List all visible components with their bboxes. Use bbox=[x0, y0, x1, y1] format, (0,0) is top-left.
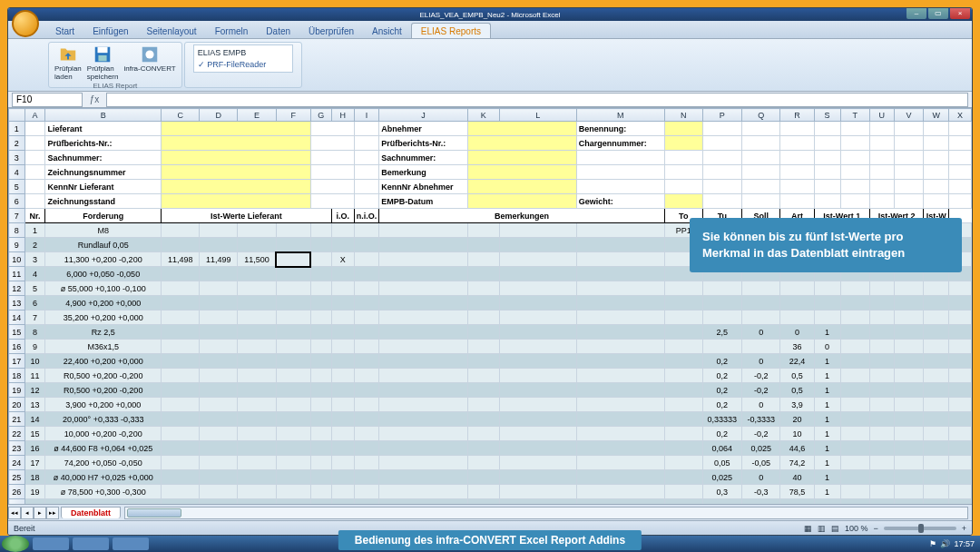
cell-forderung[interactable]: ø 44,600 F8 +0,064 +0,025 bbox=[45, 441, 162, 456]
cell-bemerkung[interactable] bbox=[664, 296, 702, 310]
form-label-mid[interactable]: KennNr Abnehmer bbox=[379, 180, 468, 194]
cell[interactable] bbox=[576, 340, 664, 354]
cell-ist-c[interactable] bbox=[162, 427, 200, 441]
cell-ist-f[interactable] bbox=[276, 383, 310, 398]
cell[interactable] bbox=[840, 151, 869, 165]
cell[interactable] bbox=[310, 165, 354, 180]
cell-tu[interactable]: -0,2 bbox=[741, 383, 780, 398]
cell-ist-f[interactable] bbox=[276, 325, 310, 340]
cell-ist-g[interactable] bbox=[310, 252, 331, 267]
cell[interactable] bbox=[924, 354, 949, 369]
cell[interactable] bbox=[949, 340, 972, 354]
cell-nio[interactable] bbox=[354, 470, 379, 485]
form-input-mid[interactable] bbox=[467, 136, 576, 151]
select-all-corner[interactable] bbox=[9, 109, 25, 122]
cell-ist-g[interactable] bbox=[310, 412, 331, 427]
cell-ist-c[interactable] bbox=[162, 383, 200, 398]
cell-io[interactable] bbox=[331, 398, 354, 412]
cell-ist-e[interactable] bbox=[238, 499, 276, 505]
cell[interactable] bbox=[949, 383, 972, 398]
cell[interactable] bbox=[840, 412, 869, 427]
cell[interactable] bbox=[467, 325, 499, 340]
cell-forderung[interactable]: Rz 2,5 bbox=[45, 325, 162, 340]
cell-ist-f[interactable] bbox=[276, 267, 310, 281]
cell[interactable] bbox=[949, 296, 972, 310]
form-label-right[interactable]: Benennung: bbox=[576, 122, 664, 136]
cell-ist-e[interactable] bbox=[238, 398, 276, 412]
cell-ist-c[interactable] bbox=[162, 485, 200, 499]
cell-to[interactable]: 0,2 bbox=[702, 398, 741, 412]
cell[interactable] bbox=[894, 441, 924, 456]
row-header[interactable]: 24 bbox=[9, 456, 25, 470]
cell[interactable] bbox=[741, 165, 780, 180]
cell-to[interactable]: 0,025 bbox=[702, 470, 741, 485]
form-label-mid[interactable]: Abnehmer bbox=[379, 122, 468, 136]
cell[interactable] bbox=[869, 485, 894, 499]
cell-io[interactable] bbox=[331, 325, 354, 340]
cell-ist-e[interactable] bbox=[238, 485, 276, 499]
cell[interactable] bbox=[379, 485, 468, 499]
cell[interactable] bbox=[780, 151, 814, 165]
cell-ist-f[interactable] bbox=[276, 456, 310, 470]
cell[interactable] bbox=[840, 398, 869, 412]
form-label-right[interactable] bbox=[576, 180, 664, 194]
cell[interactable] bbox=[814, 180, 840, 194]
cell[interactable] bbox=[924, 136, 949, 151]
row-header[interactable]: 1 bbox=[9, 122, 25, 136]
col-header-M[interactable]: M bbox=[576, 109, 664, 122]
cell-art[interactable]: 1 bbox=[814, 412, 840, 427]
row-header[interactable]: 4 bbox=[9, 165, 25, 180]
cell-ist-c[interactable] bbox=[162, 499, 200, 505]
cell-ist-e[interactable] bbox=[238, 427, 276, 441]
cell-ist-d[interactable] bbox=[200, 281, 238, 296]
cell[interactable] bbox=[949, 485, 972, 499]
cell[interactable] bbox=[576, 325, 664, 340]
col-header-N[interactable]: N bbox=[664, 109, 702, 122]
cell[interactable] bbox=[840, 369, 869, 383]
cell[interactable] bbox=[840, 122, 869, 136]
cell-ist-g[interactable] bbox=[310, 398, 331, 412]
cell-ist-g[interactable] bbox=[310, 354, 331, 369]
cell-io[interactable] bbox=[331, 441, 354, 456]
row-header[interactable]: 5 bbox=[9, 180, 25, 194]
cell[interactable] bbox=[894, 369, 924, 383]
cell[interactable] bbox=[499, 441, 576, 456]
cell[interactable] bbox=[949, 122, 972, 136]
form-label-left[interactable]: KennNr Lieferant bbox=[45, 180, 162, 194]
cell-ist-c[interactable] bbox=[162, 456, 200, 470]
cell[interactable] bbox=[840, 354, 869, 369]
form-input-left[interactable] bbox=[162, 136, 311, 151]
cell-ist-d[interactable]: 11,499 bbox=[200, 252, 238, 267]
cell-bemerkung[interactable] bbox=[664, 456, 702, 470]
cell-ist-e[interactable] bbox=[238, 267, 276, 281]
cell-forderung[interactable]: ø 55,000 +0,100 -0,100 bbox=[45, 281, 162, 296]
cell-io[interactable] bbox=[331, 485, 354, 499]
cell[interactable] bbox=[576, 354, 664, 369]
cell-forderung[interactable]: 6,000 +0,050 -0,050 bbox=[45, 267, 162, 281]
cell-art[interactable]: 1 bbox=[814, 485, 840, 499]
cell-nio[interactable] bbox=[354, 354, 379, 369]
cell[interactable] bbox=[924, 369, 949, 383]
cell[interactable] bbox=[894, 354, 924, 369]
zoom-level[interactable]: 100 % bbox=[845, 524, 868, 533]
row-header[interactable]: 20 bbox=[9, 398, 25, 412]
cell[interactable] bbox=[576, 296, 664, 310]
cell-forderung[interactable]: Rundlauf 0,05 bbox=[45, 238, 162, 252]
col-header-R[interactable]: R bbox=[780, 109, 814, 122]
cell-soll[interactable]: 60 bbox=[780, 499, 814, 505]
cell-soll[interactable]: 40 bbox=[780, 470, 814, 485]
cell[interactable] bbox=[814, 151, 840, 165]
cell[interactable] bbox=[869, 194, 894, 209]
cell-nio[interactable] bbox=[354, 296, 379, 310]
cell-io[interactable] bbox=[331, 383, 354, 398]
cell[interactable] bbox=[869, 354, 894, 369]
cell[interactable] bbox=[894, 340, 924, 354]
cell-to[interactable]: 0,064 bbox=[702, 441, 741, 456]
cell[interactable] bbox=[499, 456, 576, 470]
cell[interactable] bbox=[869, 427, 894, 441]
cell[interactable] bbox=[467, 223, 499, 238]
cell-forderung[interactable]: 3,900 +0,200 +0,000 bbox=[45, 398, 162, 412]
view-break-icon[interactable]: ▤ bbox=[831, 524, 839, 533]
cell-nr[interactable]: 1 bbox=[24, 223, 45, 238]
cell-bemerkung[interactable] bbox=[664, 325, 702, 340]
